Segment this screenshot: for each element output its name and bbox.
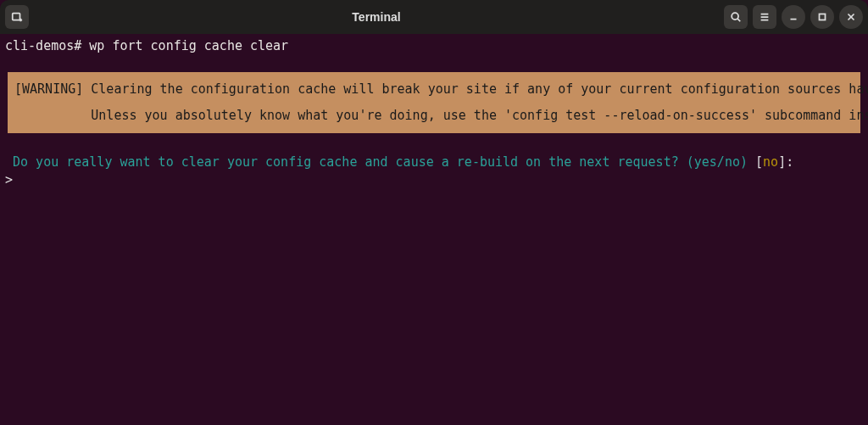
maximize-icon bbox=[816, 11, 828, 23]
bracket-close: ]: bbox=[778, 154, 793, 170]
command-line: cli-demos# wp fort config cache clear bbox=[5, 37, 863, 55]
question-options: (yes/no) bbox=[687, 154, 748, 170]
new-tab-icon bbox=[11, 11, 23, 23]
maximize-button[interactable] bbox=[810, 5, 834, 29]
menu-button[interactable] bbox=[753, 5, 776, 29]
search-icon bbox=[730, 11, 742, 23]
default-answer: no bbox=[763, 154, 778, 170]
new-tab-button[interactable] bbox=[5, 5, 29, 29]
minimize-button[interactable] bbox=[782, 5, 805, 29]
svg-rect-0 bbox=[13, 14, 20, 20]
window-title: Terminal bbox=[34, 10, 719, 24]
search-button[interactable] bbox=[724, 5, 748, 29]
close-icon bbox=[845, 11, 857, 23]
terminal-body[interactable]: cli-demos# wp fort config cache clear [W… bbox=[0, 34, 868, 193]
svg-rect-9 bbox=[820, 14, 826, 20]
warning-tag: [WARNING] bbox=[14, 81, 83, 97]
close-button[interactable] bbox=[839, 5, 863, 29]
svg-point-3 bbox=[732, 13, 738, 20]
warning-line-2: Unless you absolutely know what you're d… bbox=[91, 108, 868, 123]
warning-line-1: Clearing the configuration cache will br… bbox=[91, 81, 868, 97]
bracket-open: [ bbox=[755, 154, 763, 170]
window-titlebar: Terminal bbox=[0, 0, 868, 34]
command-text: wp fort config cache clear bbox=[89, 38, 288, 53]
warning-box: [WARNING] Clearing the configuration cac… bbox=[8, 72, 860, 133]
input-caret[interactable]: > bbox=[5, 171, 863, 189]
shell-prompt: cli-demos# bbox=[5, 38, 81, 53]
hamburger-icon bbox=[759, 11, 771, 23]
minimize-icon bbox=[787, 11, 799, 23]
svg-line-4 bbox=[737, 19, 740, 21]
confirmation-prompt: Do you really want to clear your config … bbox=[5, 154, 863, 171]
question-text: Do you really want to clear your config … bbox=[13, 154, 679, 170]
